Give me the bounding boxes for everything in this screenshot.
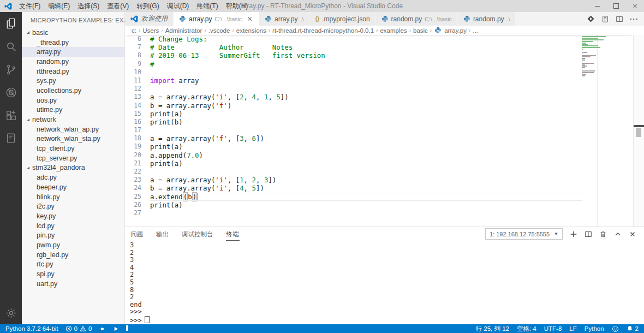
run-icon[interactable]: [587, 15, 595, 23]
gear-icon[interactable]: [0, 301, 22, 324]
line-number[interactable]: 27: [125, 209, 141, 217]
split-icon[interactable]: [585, 230, 592, 238]
breadcrumb-item[interactable]: Users: [142, 27, 159, 34]
breadcrumb-item[interactable]: array.py: [444, 27, 467, 34]
scrollbar-thumb[interactable]: [636, 128, 641, 137]
minimap[interactable]: [582, 36, 607, 78]
tree-item-rgb_led.py[interactable]: rgb_led.py: [22, 250, 124, 260]
tree-item-beeper.py[interactable]: beeper.py: [22, 182, 124, 192]
panel-close-icon[interactable]: [629, 230, 636, 238]
split-editor-icon[interactable]: [616, 15, 623, 23]
tree-item-pwm.py[interactable]: pwm.py: [22, 240, 124, 250]
tree-item-network_wlan_sta.py[interactable]: network_wlan_sta.py: [22, 134, 124, 144]
tree-item-tcp_client.py[interactable]: tcp_client.py: [22, 144, 124, 153]
line-number[interactable]: 17: [125, 126, 141, 134]
language-mode[interactable]: Python: [585, 325, 604, 332]
chevron-up-icon[interactable]: [614, 230, 622, 238]
line-number[interactable]: 14: [125, 102, 141, 110]
tree-item-blink.py[interactable]: blink.py: [22, 192, 124, 202]
tree-item-sys.py[interactable]: sys.py: [22, 76, 124, 86]
plug-icon[interactable]: [99, 325, 106, 332]
minimize-button[interactable]: [588, 0, 607, 12]
tree-item-network_wlan_ap.py[interactable]: network_wlan_ap.py: [22, 124, 124, 134]
source-control-icon[interactable]: [0, 58, 22, 81]
tree-item-pin.py[interactable]: pin.py: [22, 230, 124, 240]
line-number[interactable]: 6: [125, 35, 141, 43]
tree-item-key.py[interactable]: key.py: [22, 211, 124, 221]
cursor-position[interactable]: 行 25, 列 12: [476, 325, 509, 333]
plus-icon[interactable]: [570, 230, 577, 238]
line-number[interactable]: 15: [125, 110, 141, 118]
tree-item-ucollections.py[interactable]: ucollections.py: [22, 86, 124, 96]
line-number[interactable]: 9: [125, 60, 141, 68]
panel-tab-输出[interactable]: 输出: [156, 228, 169, 241]
eol[interactable]: LF: [569, 325, 576, 332]
menu-item-7[interactable]: 帮助(H): [222, 0, 252, 12]
code-editor[interactable]: 6# Change Logs:7# Date Author Notes8# 20…: [125, 35, 582, 227]
line-number[interactable]: 21: [125, 159, 141, 168]
tab-3-.mpyproject.json[interactable]: {}.mpyproject.json: [309, 12, 375, 26]
line-number[interactable]: 24: [125, 184, 141, 192]
open-preview-icon[interactable]: [601, 15, 609, 23]
tab-0-欢迎使用[interactable]: 欢迎使用: [125, 12, 174, 26]
menu-item-2[interactable]: 选择(S): [74, 0, 103, 12]
files-icon[interactable]: [0, 12, 22, 35]
breadcrumb-item[interactable]: .vscode: [208, 27, 230, 34]
trash-icon[interactable]: [599, 230, 607, 238]
smiley-icon[interactable]: [612, 325, 619, 332]
tree-item-rtthread.py[interactable]: rtthread.py: [22, 67, 124, 76]
stop-icon[interactable]: [126, 325, 128, 332]
line-number[interactable]: 19: [125, 142, 141, 151]
close-button[interactable]: [625, 0, 644, 12]
tree-item-random.py[interactable]: random.py: [22, 57, 124, 67]
indentation[interactable]: 空格: 4: [517, 325, 536, 333]
tree-item-spi.py[interactable]: spi.py: [22, 269, 124, 279]
panel-tab-终端[interactable]: 终端: [226, 228, 240, 241]
tree-item-tcp_server.py[interactable]: tcp_server.py: [22, 153, 124, 163]
tree-item-adc.py[interactable]: adc.py: [22, 173, 124, 182]
line-number[interactable]: 12: [125, 85, 141, 93]
line-number[interactable]: 18: [125, 134, 141, 142]
line-number[interactable]: 10: [125, 68, 141, 76]
menu-item-1[interactable]: 编辑(E): [44, 0, 74, 12]
python-version[interactable]: Python 3.7.2 64-bit: [5, 325, 58, 332]
menu-item-4[interactable]: 转到(G): [133, 0, 163, 12]
tree-item-array.py[interactable]: array.py: [22, 47, 124, 57]
problems-status[interactable]: 00: [65, 325, 92, 332]
tree-item-rtc.py[interactable]: rtc.py: [22, 260, 124, 270]
tree-item-_thread.py[interactable]: _thread.py: [22, 38, 124, 47]
tree-item-basic[interactable]: basic: [22, 28, 124, 38]
line-number[interactable]: 8: [125, 51, 141, 60]
search-icon[interactable]: [0, 35, 22, 58]
menu-item-5[interactable]: 调试(D): [163, 0, 193, 12]
line-number[interactable]: 20: [125, 151, 141, 159]
breadcrumb-item[interactable]: extensions: [236, 27, 266, 34]
tree-item-uart.py[interactable]: uart.py: [22, 279, 124, 289]
close-icon[interactable]: [246, 15, 253, 22]
menu-item-3[interactable]: 查看(V): [103, 0, 133, 12]
breadcrumb-item[interactable]: ...: [473, 27, 478, 34]
tab-5-random.py[interactable]: random.py.\: [458, 12, 516, 26]
tab-2-array.py[interactable]: array.py.\: [259, 12, 309, 26]
line-number[interactable]: 16: [125, 118, 141, 126]
extensions-icon[interactable]: [0, 104, 22, 127]
line-number[interactable]: 22: [125, 168, 141, 176]
maximize-button[interactable]: [607, 0, 625, 12]
notifications[interactable]: 2: [627, 325, 639, 332]
tab-4-random.py[interactable]: random.pyC:\...\basic: [376, 12, 458, 26]
terminal-selector[interactable]: 1: 192.168.12.75:5555 ▼: [485, 228, 563, 240]
breadcrumb-item[interactable]: Administrator: [165, 27, 202, 34]
tree-item-i2c.py[interactable]: i2c.py: [22, 201, 124, 211]
line-number[interactable]: 13: [125, 93, 141, 101]
breadcrumb-item[interactable]: rt-thread.rt-thread-micropython-0.0.1: [272, 27, 374, 34]
line-number[interactable]: 23: [125, 176, 141, 184]
breadcrumb-item[interactable]: c:: [132, 27, 136, 34]
book-icon[interactable]: [0, 127, 22, 150]
more-actions-icon[interactable]: ···: [630, 15, 639, 23]
line-number[interactable]: 11: [125, 76, 141, 85]
breadcrumb-item[interactable]: basic: [413, 27, 428, 34]
line-number[interactable]: 7: [125, 43, 141, 51]
tree-item-uos.py[interactable]: uos.py: [22, 96, 124, 105]
menu-item-6[interactable]: 终端(T): [193, 0, 222, 12]
breadcrumb-item[interactable]: examples: [380, 27, 407, 34]
